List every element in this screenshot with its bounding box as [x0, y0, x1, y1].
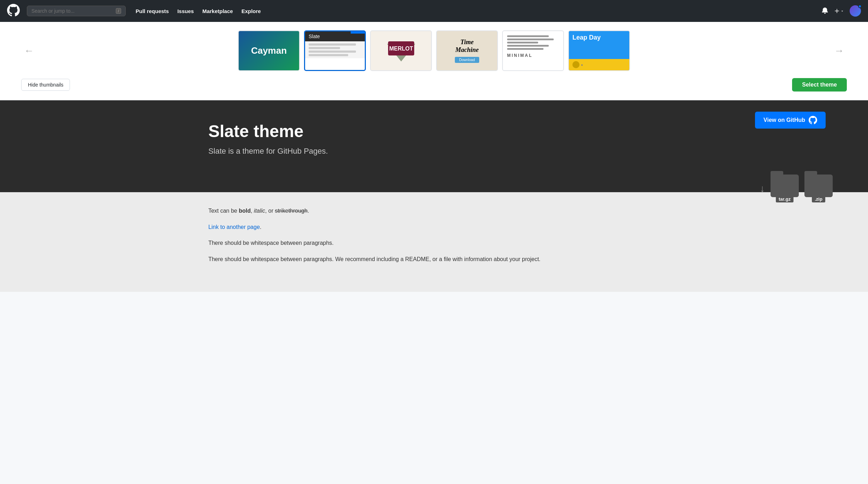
leapday-circle [572, 61, 579, 68]
folder-icon-zip [804, 175, 833, 197]
minimal-line-4 [507, 45, 549, 47]
italic-text: italic [254, 208, 265, 214]
preview-text-link: Link to another page. [208, 223, 660, 232]
navbar-right [821, 5, 861, 17]
leapday-header: Leap Day [569, 31, 629, 59]
slate-bar-2 [309, 47, 340, 49]
view-on-github-label: View on GitHub [763, 117, 805, 123]
github-logo[interactable] [7, 4, 20, 18]
search-bar[interactable]: / [27, 6, 126, 16]
preview-link[interactable]: Link to another page [208, 224, 260, 230]
nav-issues[interactable]: Issues [177, 8, 194, 14]
notification-bell[interactable] [821, 7, 828, 16]
bold-text: bold [239, 208, 251, 214]
preview-title: Slate theme [208, 122, 303, 141]
next-theme-button[interactable]: → [831, 42, 847, 59]
theme-thumb-merlot[interactable]: MERLOT [370, 30, 432, 71]
nav-marketplace[interactable]: Marketplace [202, 8, 233, 14]
folder-icon-tgz [771, 175, 799, 197]
leapday-footer: ● [569, 59, 629, 70]
slate-top-accent [351, 31, 365, 34]
theme-thumb-timemachine[interactable]: TimeMachine Download [436, 30, 498, 71]
navbar: / Pull requests Issues Marketplace Explo… [0, 0, 868, 22]
minimal-lines [507, 35, 559, 50]
nav-pull-requests[interactable]: Pull requests [136, 8, 169, 14]
merlot-shield-svg: MERLOT [385, 39, 417, 63]
nav-explore[interactable]: Explore [242, 8, 261, 14]
timemachine-title: TimeMachine [455, 39, 478, 54]
thumbnails-container: Cayman Slate MERLOT [41, 30, 827, 71]
timemachine-btn: Download [455, 57, 479, 63]
preview-text-1: Text can be bold, italic, or strikethrou… [208, 206, 660, 216]
slate-body [305, 41, 365, 58]
theme-thumb-leapday[interactable]: Leap Day ● [568, 30, 630, 71]
theme-thumbnails-row: ← Cayman Slate [21, 30, 847, 71]
cayman-label: Cayman [251, 45, 287, 56]
strikethrough-text: strikethrough [275, 208, 308, 214]
download-arrow-icon: ↓ [760, 183, 765, 194]
github-icon [809, 116, 817, 124]
select-theme-button[interactable]: Select theme [792, 78, 847, 92]
download-zip[interactable]: .zip [804, 175, 833, 202]
merlot-shield-container: MERLOT [385, 39, 417, 63]
svg-text:MERLOT: MERLOT [389, 46, 413, 52]
prev-theme-button[interactable]: ← [21, 42, 37, 59]
preview-para-3: There should be whitespace between parag… [208, 255, 660, 264]
create-plus-button[interactable] [834, 8, 844, 14]
user-avatar[interactable] [850, 5, 861, 17]
minimal-line-3 [507, 42, 538, 43]
slate-bar-4 [309, 54, 348, 56]
preview-light-section: ↓ tar.gz .zip Text can be bold, italic, … [0, 192, 868, 292]
minimal-label: MINIMAL [507, 53, 533, 58]
minimal-line-2 [507, 39, 554, 40]
hide-thumbnails-button[interactable]: Hide thumbnails [21, 79, 70, 91]
preview-dark-section: View on GitHub Slate theme Slate is a th… [0, 100, 868, 192]
view-on-github-button[interactable]: View on GitHub [755, 112, 826, 129]
download-row: ↓ tar.gz .zip [760, 175, 833, 202]
theme-thumb-minimal[interactable]: MINIMAL [502, 30, 564, 71]
slate-bar-3 [309, 51, 356, 53]
preview-subtitle: Slate is a theme for GitHub Pages. [208, 147, 328, 156]
slash-badge: / [116, 8, 121, 14]
theme-thumb-slate[interactable]: Slate [304, 30, 366, 71]
search-input[interactable] [31, 8, 113, 14]
avatar-notification-dot [858, 5, 862, 8]
navbar-links: Pull requests Issues Marketplace Explore [136, 8, 261, 14]
slate-bar-1 [309, 43, 356, 46]
theme-picker: ← Cayman Slate [0, 22, 868, 100]
preview-para-2: There should be whitespace between parag… [208, 238, 660, 248]
minimal-line-5 [507, 48, 543, 50]
minimal-line-1 [507, 35, 549, 37]
theme-thumb-cayman[interactable]: Cayman [238, 30, 300, 71]
download-tgz[interactable]: tar.gz [771, 175, 799, 202]
theme-actions: Hide thumbnails Select theme [21, 78, 847, 92]
